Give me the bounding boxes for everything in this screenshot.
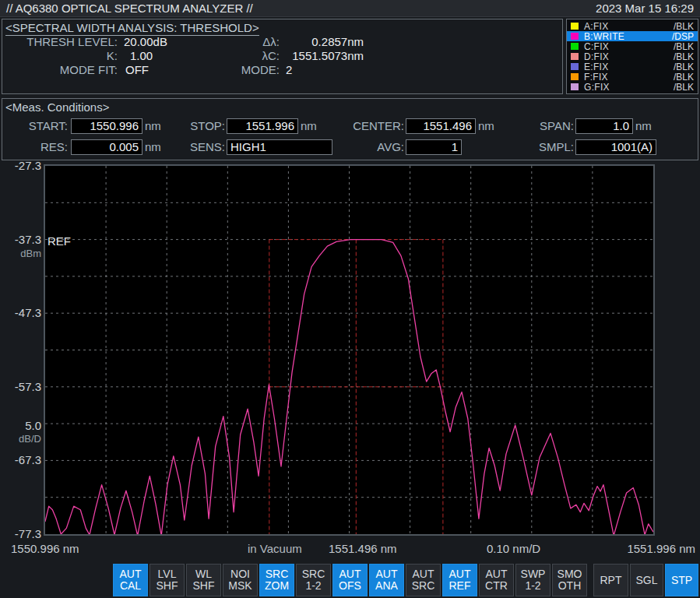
button-label-bottom: MSK (223, 580, 257, 592)
res-field[interactable]: 0.005 (71, 139, 142, 155)
trace-color-swatch (571, 43, 579, 50)
trace-color-swatch (571, 53, 579, 60)
trace-status: /BLK (674, 72, 694, 83)
button-label-bottom: ANA (370, 580, 403, 592)
spectral-width-analysis-panel: <SPECTRAL WIDTH ANALYSIS: THRESHOLD> THR… (2, 19, 563, 94)
avg-field[interactable]: 1 (406, 139, 462, 155)
trace-row-c[interactable]: C:FIX/BLK (567, 41, 698, 51)
trace-row-g[interactable]: G:FIX/BLK (567, 82, 698, 92)
aut-cal-button[interactable]: AUTCAL (113, 564, 148, 596)
res-label: RES: (2, 139, 68, 155)
button-label: STP (666, 575, 698, 586)
button-label-bottom: CTR (480, 580, 513, 592)
button-label-top: SRC (297, 568, 330, 580)
y-axis-tick-label: -27.3 (0, 159, 41, 172)
start-field[interactable]: 1550.996 (71, 118, 142, 134)
noi-msk-button[interactable]: NOIMSK (223, 564, 258, 596)
src-zom-button[interactable]: SRCZOM (259, 564, 294, 596)
page-title: // AQ6380 OPTICAL SPECTRUM ANALYZER // (6, 2, 253, 15)
src-1-2-button[interactable]: SRC1-2 (296, 564, 331, 596)
sgl-button[interactable]: SGL (630, 564, 663, 596)
trace-row-f[interactable]: F:FIX/BLK (567, 72, 698, 82)
span-label: SPAN: (505, 118, 574, 134)
center-field[interactable]: 1551.496 (406, 118, 476, 134)
y-axis-tick-label: -47.3 (0, 306, 41, 319)
start-label: START: (2, 118, 68, 134)
x-axis-per-div-label: 0.10 nm/D (487, 542, 540, 555)
aut-ctr-button[interactable]: AUTCTR (479, 564, 514, 596)
trace-color-swatch (571, 63, 579, 70)
button-label-bottom: REF (443, 580, 477, 592)
aut-src-button[interactable]: AUTSRC (406, 564, 441, 596)
lvl-shf-button[interactable]: LVLSHF (149, 564, 185, 596)
stp-button[interactable]: STP (665, 564, 698, 596)
button-label-bottom: SHF (187, 580, 220, 592)
aut-ana-button[interactable]: AUTANA (369, 564, 404, 596)
button-label-bottom: CAL (114, 580, 147, 592)
smo-oth-button[interactable]: SMOOTH (552, 564, 587, 596)
spectrum-plot[interactable] (44, 164, 655, 536)
trace-row-e[interactable]: E:FIX/BLK (567, 62, 698, 72)
trace-row-b[interactable]: B:WRITE/DSP (567, 31, 698, 41)
button-label-top: AUT (443, 568, 477, 580)
trace-name: D:FIX (584, 51, 674, 62)
y-axis-tick-label: -37.3 (0, 233, 41, 246)
smpl-field[interactable]: 1001(A) (575, 139, 656, 155)
mode-value: 2 (286, 63, 292, 76)
trace-color-swatch (571, 23, 579, 30)
ref-line-label: REF (47, 234, 71, 248)
trace-legend: A:FIX/BLKB:WRITE/DSPC:FIX/BLKD:FIX/BLKE:… (566, 19, 698, 94)
title-bar: // AQ6380 OPTICAL SPECTRUM ANALYZER // 2… (0, 0, 700, 17)
button-label-top: AUT (406, 568, 440, 580)
swp-1-2-button[interactable]: SWP1-2 (515, 564, 551, 596)
trace-color-swatch (571, 33, 579, 40)
trace-name: F:FIX (584, 72, 674, 83)
spectrum-svg (45, 166, 653, 534)
delta-lambda-value: 0.2857nm (286, 35, 364, 48)
x-axis-stop-label: 1551.996 nm (627, 542, 695, 555)
trace-status: /BLK (674, 82, 694, 93)
button-label-top: AUT (114, 568, 147, 580)
trace-status: /BLK (674, 21, 694, 32)
thresh-level-value: 20.00dB (124, 35, 167, 48)
button-label-bottom: SRC (406, 580, 440, 592)
delta-lambda-label: Δλ: (189, 35, 280, 48)
aut-ref-button[interactable]: AUTREF (442, 564, 477, 596)
aut-ofs-button[interactable]: AUTOFS (332, 564, 368, 596)
wl-shf-button[interactable]: WLSHF (186, 564, 221, 596)
button-label: RPT (594, 575, 628, 586)
trace-row-d[interactable]: D:FIX/BLK (567, 51, 698, 62)
button-label-top: SRC (260, 568, 294, 580)
sens-field[interactable]: HIGH1 (227, 139, 332, 155)
stop-unit: nm (301, 118, 317, 134)
stop-field[interactable]: 1551.996 (227, 118, 298, 134)
mode-fit-value: OFF (125, 63, 149, 76)
span-field[interactable]: 1.0 (575, 118, 633, 134)
trace-name: B:WRITE (584, 31, 672, 42)
trace-status: /BLK (674, 62, 694, 72)
x-axis-start-label: 1550.996 nm (11, 542, 79, 555)
lambda-c-value: 1551.5073nm (286, 49, 364, 62)
trace-row-a[interactable]: A:FIX/BLK (567, 21, 698, 31)
trace-status: /DSP (672, 31, 694, 42)
meas-conditions-panel: <Meas. Conditions> START:1550.996nmSTOP:… (2, 98, 698, 160)
y-axis-tick-label: -57.3 (0, 380, 41, 393)
trace-color-swatch (571, 73, 579, 80)
trace-name: C:FIX (584, 41, 674, 52)
avg-label: AVG: (334, 139, 404, 155)
sens-label: SENS: (160, 139, 225, 155)
button-label-top: SMO (553, 568, 586, 580)
button-label-top: WL (187, 568, 220, 580)
trace-name: E:FIX (584, 62, 674, 72)
button-label-bottom: OTH (553, 580, 586, 592)
y-axis-per-div-unit: dB/D (0, 433, 41, 445)
trace-curve-b (45, 240, 653, 534)
center-label: CENTER: (334, 118, 404, 134)
rpt-button[interactable]: RPT (593, 564, 628, 596)
button-label-bottom: ZOM (260, 580, 294, 592)
button-label-top: AUT (333, 568, 367, 580)
mode-label: MODE: (189, 63, 280, 76)
trace-status: /BLK (674, 41, 694, 52)
trace-name: G:FIX (584, 82, 674, 93)
span-unit: nm (635, 118, 652, 134)
